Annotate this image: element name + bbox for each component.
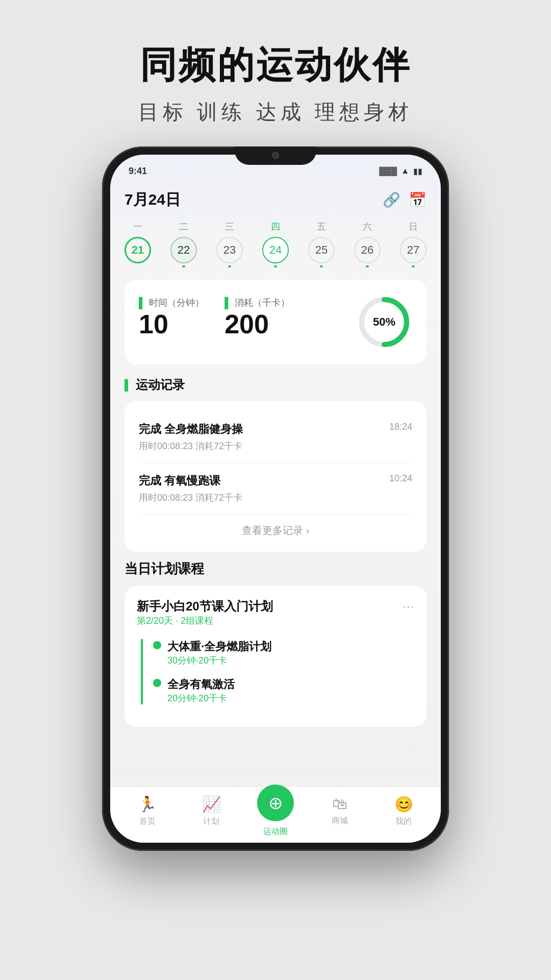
bottom-nav: 🏃 首页 📈 计划 ⊕ 运动圈 🛍 商城 [110,787,441,843]
status-icons: ▓▓▓ ▲ ▮▮ [379,166,422,176]
green-dot-time: ▌ [139,297,146,309]
day-tue[interactable]: 二 22 [170,220,197,267]
day-dot-wed [228,265,231,267]
day-label-wed: 三 [225,220,234,233]
nav-mine[interactable]: 😊 我的 [371,795,436,827]
link-icon[interactable]: 🔗 [383,191,400,208]
mine-icon: 😊 [394,795,413,813]
plan-icon: 📈 [202,795,221,813]
day-sun[interactable]: 日 27 [400,220,427,267]
day-num-wed[interactable]: 23 [216,237,243,263]
day-thu[interactable]: 四 24 [262,220,289,267]
plan-more-icon[interactable]: ··· [403,598,414,615]
records-card: 完成 全身燃脂健身操 用时00:08:23 消耗72千卡 18:24 完成 有氧… [124,401,427,552]
day-wed[interactable]: 三 23 [216,220,243,267]
hero-section: 同频的运动伙伴 目标 训练 达成 理想身材 [138,41,412,126]
day-dot-thu [274,265,277,267]
record-title-2: 完成 有氧慢跑课 [139,473,242,488]
record-item-2[interactable]: 完成 有氧慢跑课 用时00:08:23 消耗72千卡 10:24 [139,463,412,514]
day-dot-sat [366,265,369,267]
stat-cal-value: 200 [224,309,290,339]
center-button[interactable]: ⊕ [257,785,294,821]
plan-item-sub-1: 30分钟·20千卡 [167,654,271,667]
day-mon[interactable]: 一 21 [124,220,151,267]
day-num-sun[interactable]: 27 [400,237,427,263]
phone-frame: 9:41 ▓▓▓ ▲ ▮▮ 7月24日 🔗 📅 [102,146,449,851]
nav-home[interactable]: 🏃 首页 [115,795,180,827]
nav-circle-label: 运动圈 [263,826,288,837]
plan-item-1[interactable]: 大体重·全身燃脂计划 30分钟·20千卡 [153,639,414,667]
record-left-1: 完成 全身燃脂健身操 用时00:08:23 消耗72千卡 [139,422,243,452]
view-more[interactable]: 查看更多记录 › [139,514,412,542]
nav-mine-label: 我的 [395,816,412,827]
circle-icon: ⊕ [268,793,283,813]
camera [272,152,279,159]
record-item-1[interactable]: 完成 全身燃脂健身操 用时00:08:23 消耗72千卡 18:24 [139,411,412,463]
day-sat[interactable]: 六 26 [354,220,381,267]
plan-item-text-1: 大体重·全身燃脂计划 30分钟·20千卡 [167,639,271,667]
day-num-mon[interactable]: 21 [124,237,151,263]
date-header: 7月24日 🔗 📅 [124,181,427,220]
plan-section: 当日计划课程 新手小白20节课入门计划 第2/20天 · 2组课程 ··· [124,560,427,727]
stats-left: ▌ 时间（分钟） 10 ▌ 消耗（千卡） 200 [139,297,346,348]
plan-item-text-2: 全身有氧激活 20分钟·20千卡 [167,677,235,704]
stat-cal: ▌ 消耗（千卡） 200 [224,297,290,339]
calendar-icon[interactable]: 📅 [409,191,427,208]
day-dot-mon [136,265,139,267]
signal-icon: ▓▓▓ [379,166,397,176]
date-title: 7月24日 [124,189,181,210]
phone-screen: 9:41 ▓▓▓ ▲ ▮▮ 7月24日 🔗 📅 [110,155,441,843]
plan-item-2[interactable]: 全身有氧激活 20分钟·20千卡 [153,677,414,704]
day-num-sat[interactable]: 26 [354,237,381,263]
day-dot-sun [412,265,415,267]
green-dot-cal: ▌ [224,297,232,309]
day-label-mon: 一 [133,220,142,233]
nav-plan[interactable]: 📈 计划 [180,795,244,827]
plan-dot-1 [153,641,161,649]
plan-section-title: 当日计划课程 [124,560,427,578]
nav-shop[interactable]: 🛍 商城 [308,795,372,826]
nav-circle[interactable]: ⊕ 运动圈 [243,785,308,837]
day-dot-fri [320,265,323,267]
stat-time-label: ▌ 时间（分钟） [139,297,204,309]
stats-card: ▌ 时间（分钟） 10 ▌ 消耗（千卡） 200 [124,280,427,364]
plan-card[interactable]: 新手小白20节课入门计划 第2/20天 · 2组课程 ··· 大体重·全身燃脂计… [124,586,427,727]
plan-item-title-1: 大体重·全身燃脂计划 [167,639,271,654]
record-time-1: 18:24 [389,422,412,432]
plan-meta: 第2/20天 · 2组课程 [137,615,273,627]
notch [235,146,316,165]
hero-title: 同频的运动伙伴 [138,41,412,90]
vol-down [102,287,103,318]
record-sub-2: 用时00:08:23 消耗72千卡 [139,492,242,504]
record-time-2: 10:24 [389,473,412,484]
nav-plan-label: 计划 [203,816,219,827]
day-label-sat: 六 [363,220,372,233]
day-num-tue[interactable]: 22 [170,237,197,263]
vol-up [102,249,103,279]
stat-time: ▌ 时间（分钟） 10 [139,297,204,339]
day-label-sun: 日 [409,220,418,233]
day-label-tue: 二 [179,220,188,233]
stats-row: ▌ 时间（分钟） 10 ▌ 消耗（千卡） 200 [139,297,346,339]
plan-title: 新手小白20节课入门计划 [137,598,273,615]
plan-item-sub-2: 20分钟·20千卡 [167,692,235,704]
day-fri[interactable]: 五 25 [308,220,335,267]
circle-progress: 50% [356,294,412,350]
wifi-icon: ▲ [401,166,409,176]
status-time: 9:41 [129,166,147,177]
plan-dot-2 [153,679,161,687]
date-icons[interactable]: 🔗 📅 [383,191,427,208]
plan-item-title-2: 全身有氧激活 [167,677,235,692]
week-calendar[interactable]: 一 21 二 22 三 23 四 [124,220,427,267]
nav-home-label: 首页 [139,816,156,827]
percent-text: 50% [373,315,395,329]
scroll-area: 7月24日 🔗 📅 一 21 二 22 [110,181,441,787]
record-left-2: 完成 有氧慢跑课 用时00:08:23 消耗72千卡 [139,473,242,504]
day-num-fri[interactable]: 25 [308,237,335,263]
plan-header: 新手小白20节课入门计划 第2/20天 · 2组课程 ··· [137,598,414,635]
day-dot-tue [182,265,185,267]
records-section-title: ▌ 运动记录 [124,377,427,393]
record-sub-1: 用时00:08:23 消耗72千卡 [139,440,243,452]
app-content: 9:41 ▓▓▓ ▲ ▮▮ 7月24日 🔗 📅 [110,155,441,843]
day-num-thu[interactable]: 24 [262,237,289,263]
